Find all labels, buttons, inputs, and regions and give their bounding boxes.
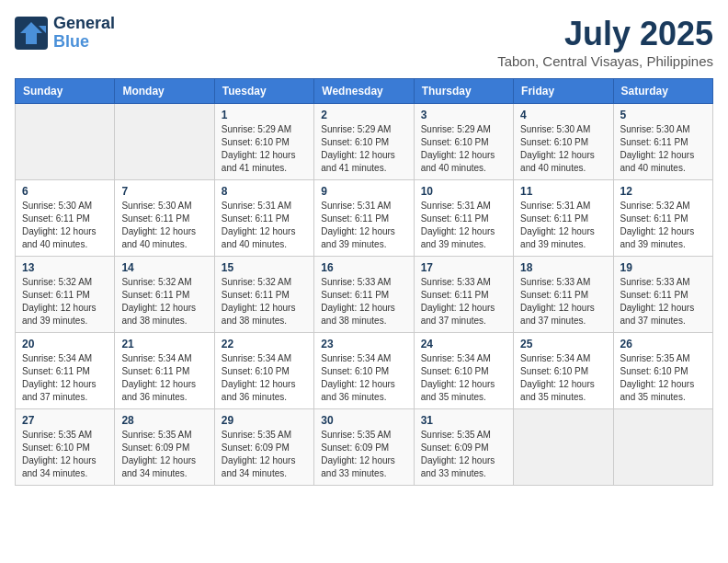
calendar-cell: 28Sunrise: 5:35 AM Sunset: 6:09 PM Dayli… <box>115 409 214 486</box>
calendar-cell: 13Sunrise: 5:32 AM Sunset: 6:11 PM Dayli… <box>16 257 115 333</box>
calendar-cell: 7Sunrise: 5:30 AM Sunset: 6:11 PM Daylig… <box>115 180 214 257</box>
calendar-cell: 1Sunrise: 5:29 AM Sunset: 6:10 PM Daylig… <box>214 104 313 180</box>
calendar-cell <box>16 104 115 180</box>
calendar-cell: 12Sunrise: 5:32 AM Sunset: 6:11 PM Dayli… <box>613 180 712 257</box>
day-number: 8 <box>222 185 307 198</box>
day-number: 5 <box>620 109 706 121</box>
day-info: Sunrise: 5:31 AM Sunset: 6:11 PM Dayligh… <box>421 200 506 251</box>
calendar-cell: 10Sunrise: 5:31 AM Sunset: 6:11 PM Dayli… <box>414 180 513 257</box>
day-number: 21 <box>121 338 207 350</box>
calendar-cell: 23Sunrise: 5:34 AM Sunset: 6:10 PM Dayli… <box>314 333 414 409</box>
day-number: 17 <box>421 261 506 274</box>
day-info: Sunrise: 5:33 AM Sunset: 6:11 PM Dayligh… <box>321 276 406 327</box>
day-number: 16 <box>321 261 406 274</box>
calendar-cell: 26Sunrise: 5:35 AM Sunset: 6:10 PM Dayli… <box>613 333 712 409</box>
day-info: Sunrise: 5:32 AM Sunset: 6:11 PM Dayligh… <box>620 200 706 251</box>
day-info: Sunrise: 5:34 AM Sunset: 6:11 PM Dayligh… <box>22 352 108 404</box>
calendar-cell: 14Sunrise: 5:32 AM Sunset: 6:11 PM Dayli… <box>115 257 214 333</box>
day-info: Sunrise: 5:31 AM Sunset: 6:11 PM Dayligh… <box>321 200 406 251</box>
day-number: 2 <box>321 109 406 121</box>
day-info: Sunrise: 5:34 AM Sunset: 6:10 PM Dayligh… <box>520 352 606 404</box>
calendar-cell: 22Sunrise: 5:34 AM Sunset: 6:10 PM Dayli… <box>214 333 313 409</box>
day-number: 22 <box>222 338 307 350</box>
calendar-cell: 29Sunrise: 5:35 AM Sunset: 6:09 PM Dayli… <box>214 409 313 486</box>
day-info: Sunrise: 5:31 AM Sunset: 6:11 PM Dayligh… <box>520 200 606 251</box>
title-block: July 2025 Tabon, Central Visayas, Philip… <box>497 15 713 69</box>
day-info: Sunrise: 5:30 AM Sunset: 6:11 PM Dayligh… <box>22 200 108 251</box>
day-number: 31 <box>421 414 506 427</box>
calendar-cell: 24Sunrise: 5:34 AM Sunset: 6:10 PM Dayli… <box>414 333 513 409</box>
weekday-header-row: SundayMondayTuesdayWednesdayThursdayFrid… <box>16 79 713 104</box>
calendar-cell: 19Sunrise: 5:33 AM Sunset: 6:11 PM Dayli… <box>613 257 712 333</box>
day-number: 9 <box>321 185 406 198</box>
calendar-cell: 20Sunrise: 5:34 AM Sunset: 6:11 PM Dayli… <box>16 333 115 409</box>
calendar-cell: 31Sunrise: 5:35 AM Sunset: 6:09 PM Dayli… <box>414 409 513 486</box>
calendar-cell: 5Sunrise: 5:30 AM Sunset: 6:11 PM Daylig… <box>613 104 712 180</box>
day-info: Sunrise: 5:29 AM Sunset: 6:10 PM Dayligh… <box>421 123 506 175</box>
calendar-cell: 4Sunrise: 5:30 AM Sunset: 6:10 PM Daylig… <box>514 104 613 180</box>
weekday-header-cell: Wednesday <box>314 79 414 104</box>
calendar-cell: 18Sunrise: 5:33 AM Sunset: 6:11 PM Dayli… <box>514 257 613 333</box>
calendar-cell: 6Sunrise: 5:30 AM Sunset: 6:11 PM Daylig… <box>16 180 115 257</box>
day-number: 27 <box>22 414 108 427</box>
day-info: Sunrise: 5:32 AM Sunset: 6:11 PM Dayligh… <box>121 276 207 327</box>
day-info: Sunrise: 5:34 AM Sunset: 6:10 PM Dayligh… <box>321 352 406 404</box>
day-info: Sunrise: 5:32 AM Sunset: 6:11 PM Dayligh… <box>22 276 108 327</box>
day-number: 28 <box>121 414 207 427</box>
day-number: 25 <box>520 338 606 350</box>
calendar-cell <box>115 104 214 180</box>
day-info: Sunrise: 5:33 AM Sunset: 6:11 PM Dayligh… <box>421 276 506 327</box>
day-number: 13 <box>22 261 108 274</box>
day-info: Sunrise: 5:30 AM Sunset: 6:11 PM Dayligh… <box>121 200 207 251</box>
weekday-header-cell: Sunday <box>16 79 115 104</box>
day-info: Sunrise: 5:30 AM Sunset: 6:11 PM Dayligh… <box>620 123 706 175</box>
day-info: Sunrise: 5:34 AM Sunset: 6:10 PM Dayligh… <box>222 352 307 404</box>
day-info: Sunrise: 5:29 AM Sunset: 6:10 PM Dayligh… <box>321 123 406 175</box>
day-number: 4 <box>520 109 606 121</box>
calendar-cell: 2Sunrise: 5:29 AM Sunset: 6:10 PM Daylig… <box>314 104 414 180</box>
weekday-header-cell: Tuesday <box>214 79 313 104</box>
day-number: 24 <box>421 338 506 350</box>
calendar-cell: 25Sunrise: 5:34 AM Sunset: 6:10 PM Dayli… <box>514 333 613 409</box>
calendar-cell <box>514 409 613 486</box>
logo-icon <box>15 17 48 50</box>
logo: General Blue <box>15 15 115 52</box>
day-info: Sunrise: 5:30 AM Sunset: 6:10 PM Dayligh… <box>520 123 606 175</box>
day-number: 15 <box>222 261 307 274</box>
weekday-header-cell: Monday <box>115 79 214 104</box>
day-info: Sunrise: 5:34 AM Sunset: 6:11 PM Dayligh… <box>121 352 207 404</box>
day-number: 30 <box>321 414 406 427</box>
day-number: 3 <box>421 109 506 121</box>
weekday-header-cell: Saturday <box>613 79 712 104</box>
day-number: 19 <box>620 261 706 274</box>
day-info: Sunrise: 5:35 AM Sunset: 6:09 PM Dayligh… <box>222 429 307 480</box>
calendar-week-row: 20Sunrise: 5:34 AM Sunset: 6:11 PM Dayli… <box>16 333 713 409</box>
logo-line2: Blue <box>53 33 115 52</box>
calendar-cell: 15Sunrise: 5:32 AM Sunset: 6:11 PM Dayli… <box>214 257 313 333</box>
calendar-cell: 21Sunrise: 5:34 AM Sunset: 6:11 PM Dayli… <box>115 333 214 409</box>
calendar-cell <box>613 409 712 486</box>
day-info: Sunrise: 5:31 AM Sunset: 6:11 PM Dayligh… <box>222 200 307 251</box>
calendar-cell: 16Sunrise: 5:33 AM Sunset: 6:11 PM Dayli… <box>314 257 414 333</box>
day-number: 23 <box>321 338 406 350</box>
calendar-week-row: 1Sunrise: 5:29 AM Sunset: 6:10 PM Daylig… <box>16 104 713 180</box>
day-info: Sunrise: 5:35 AM Sunset: 6:09 PM Dayligh… <box>321 429 406 480</box>
day-info: Sunrise: 5:32 AM Sunset: 6:11 PM Dayligh… <box>222 276 307 327</box>
day-number: 20 <box>22 338 108 350</box>
day-number: 7 <box>121 185 207 198</box>
day-info: Sunrise: 5:35 AM Sunset: 6:09 PM Dayligh… <box>121 429 207 480</box>
day-info: Sunrise: 5:29 AM Sunset: 6:10 PM Dayligh… <box>222 123 307 175</box>
calendar-cell: 9Sunrise: 5:31 AM Sunset: 6:11 PM Daylig… <box>314 180 414 257</box>
day-number: 29 <box>222 414 307 427</box>
day-number: 12 <box>620 185 706 198</box>
calendar-cell: 3Sunrise: 5:29 AM Sunset: 6:10 PM Daylig… <box>414 104 513 180</box>
calendar-cell: 27Sunrise: 5:35 AM Sunset: 6:10 PM Dayli… <box>16 409 115 486</box>
page-header: General Blue July 2025 Tabon, Central Vi… <box>15 15 713 69</box>
day-info: Sunrise: 5:33 AM Sunset: 6:11 PM Dayligh… <box>620 276 706 327</box>
calendar-title: July 2025 <box>497 15 713 53</box>
calendar-cell: 8Sunrise: 5:31 AM Sunset: 6:11 PM Daylig… <box>214 180 313 257</box>
calendar-week-row: 13Sunrise: 5:32 AM Sunset: 6:11 PM Dayli… <box>16 257 713 333</box>
calendar-cell: 17Sunrise: 5:33 AM Sunset: 6:11 PM Dayli… <box>414 257 513 333</box>
day-info: Sunrise: 5:35 AM Sunset: 6:10 PM Dayligh… <box>620 352 706 404</box>
day-number: 26 <box>620 338 706 350</box>
